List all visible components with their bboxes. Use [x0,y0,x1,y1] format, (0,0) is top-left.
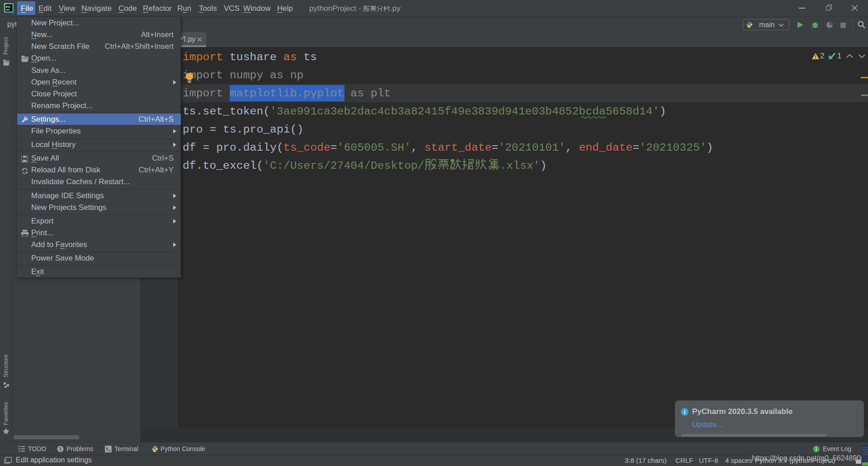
svg-text:PC: PC [6,5,11,9]
